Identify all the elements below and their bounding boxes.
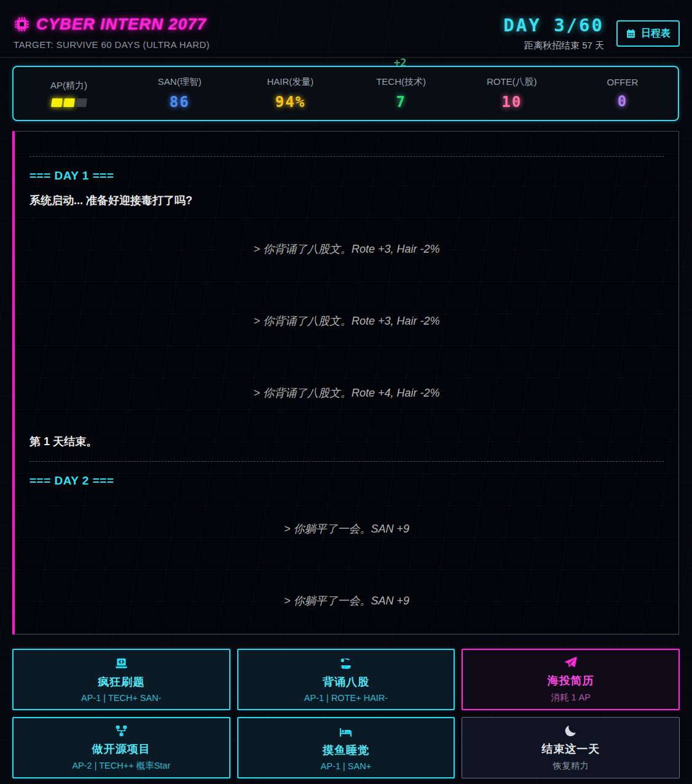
ap-block-empty (76, 98, 87, 107)
code-branch-icon (114, 724, 128, 738)
log-line: > 你背诵了八股文。Rote +3, Hair -2% (29, 290, 664, 352)
page-title: CYBER INTERN 2077 (36, 15, 206, 34)
action-bar: 疯狂刷题AP-1 | TECH+ SAN-背诵八股AP-1 | ROTE+ HA… (12, 649, 680, 778)
stat-value: 0 (618, 93, 627, 110)
ap-block-filled (51, 98, 63, 107)
day-block: === DAY 1 ===系统启动... 准备好迎接毒打了吗?> 你背诵了八股文… (29, 169, 664, 449)
log-line: 第 1 天结束。 (29, 434, 664, 449)
day-header: === DAY 2 === (29, 474, 664, 488)
stat-hair: HAIR(发量)94% (235, 67, 345, 120)
stats-panel: AP(精力)SAN(理智)86HAIR(发量)94%TECH(技术)7ROTE(… (12, 66, 679, 121)
schedule-button-label: 日程表 (641, 27, 670, 40)
ap-block-filled (63, 98, 75, 107)
log-separator (29, 461, 664, 462)
stats-section: +2 AP(精力)SAN(理智)86HAIR(发量)94%TECH(技术)7RO… (12, 66, 679, 121)
ap-blocks (52, 98, 87, 107)
action-title: 做开源项目 (92, 742, 151, 756)
action-subtitle: 消耗 1 AP (551, 692, 590, 703)
stat-label: TECH(技术) (376, 76, 426, 88)
action-title: 海投简历 (548, 673, 594, 688)
log-line: > 你背诵了八股文。Rote +4, Hair -2% (29, 362, 664, 424)
action-title: 结束这一天 (541, 742, 600, 756)
event-log: === DAY 1 ===系统启动... 准备好迎接毒打了吗?> 你背诵了八股文… (12, 131, 679, 635)
header-left: CYBER INTERN 2077 TARGET: SURVIVE 60 DAY… (14, 15, 210, 50)
stat-san: SAN(理智)86 (124, 67, 235, 120)
calendar-icon (626, 28, 636, 39)
moon-icon (564, 724, 578, 738)
stat-rote: ROTE(八股)10 (457, 67, 567, 120)
day-counter: DAY 3/60 (503, 15, 604, 36)
cpu-chip-icon (14, 16, 30, 33)
action-subtitle: AP-1 | TECH+ SAN- (81, 693, 161, 703)
action-slack-button[interactable]: 摸鱼睡觉AP-1 | SAN+ (237, 717, 455, 778)
day-header: === DAY 1 === (29, 169, 664, 183)
scroll-icon (339, 657, 353, 671)
log-line: > 你背诵了八股文。Rote +3, Hair -2% (29, 218, 664, 280)
header-right: DAY 3/60 距离秋招结束 57 天 日程表 (503, 15, 680, 52)
action-title: 摸鱼睡觉 (323, 743, 369, 758)
action-endday-button[interactable]: 结束这一天恢复精力 (462, 717, 680, 778)
stat-value: 86 (170, 93, 190, 111)
stat-label: HAIR(发量) (267, 76, 314, 88)
action-apply-button[interactable]: 海投简历消耗 1 AP (462, 649, 680, 710)
stat-label: OFFER (607, 77, 639, 87)
app-header: CYBER INTERN 2077 TARGET: SURVIVE 60 DAY… (0, 0, 692, 58)
log-separator (29, 156, 664, 157)
log-line: > 你躺平了一会。SAN +9 (29, 498, 664, 560)
target-subtitle: TARGET: SURVIVE 60 DAYS (ULTRA HARD) (14, 39, 210, 50)
action-subtitle: AP-1 | SAN+ (321, 761, 371, 771)
autumn-countdown: 距离秋招结束 57 天 (503, 40, 604, 52)
log-line: 系统启动... 准备好迎接毒打了吗? (29, 193, 664, 208)
log-line: > 你躺平了一会。SAN +9 (29, 570, 664, 632)
action-subtitle: AP-1 | ROTE+ HAIR- (304, 693, 388, 703)
paper-plane-icon (564, 655, 578, 670)
action-opensource-button[interactable]: 做开源项目AP-2 | TECH++ 概率Star (12, 717, 230, 778)
stat-label: ROTE(八股) (487, 76, 537, 88)
stat-tech: TECH(技术)7 (346, 67, 457, 120)
action-subtitle: AP-2 | TECH++ 概率Star (72, 760, 170, 772)
action-rote-button[interactable]: 背诵八股AP-1 | ROTE+ HAIR- (237, 649, 455, 710)
stat-label: SAN(理智) (158, 76, 202, 88)
laptop-code-icon (114, 657, 128, 671)
stat-value: 10 (501, 93, 522, 111)
stat-value: 7 (396, 93, 406, 111)
action-title: 疯狂刷题 (98, 675, 144, 689)
action-title: 背诵八股 (323, 675, 369, 689)
day-block: === DAY 2 ===> 你躺平了一会。SAN +9> 你躺平了一会。SAN… (29, 474, 664, 635)
action-subtitle: 恢复精力 (553, 760, 589, 772)
bed-icon (339, 725, 353, 739)
stat-label: AP(精力) (50, 80, 87, 92)
action-grind-button[interactable]: 疯狂刷题AP-1 | TECH+ SAN- (12, 649, 230, 710)
stat-value: 94% (275, 93, 305, 111)
stat-ap: AP(精力) (14, 67, 124, 120)
schedule-button[interactable]: 日程表 (616, 20, 680, 47)
day-info: DAY 3/60 距离秋招结束 57 天 (503, 15, 604, 52)
stat-offer: OFFER0 (567, 67, 678, 120)
